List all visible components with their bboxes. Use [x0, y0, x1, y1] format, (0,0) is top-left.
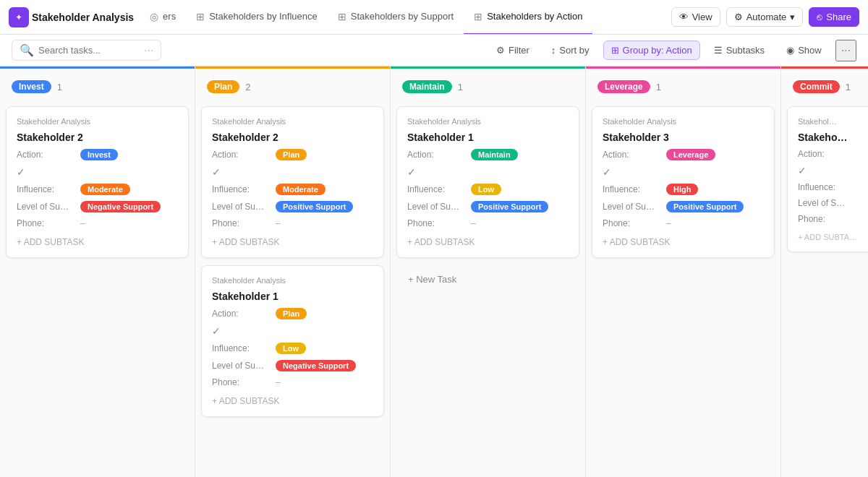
tab-by-action[interactable]: ⊞ Stakeholders by Action — [464, 0, 592, 35]
group-button[interactable]: ⊞ Group by: Action — [603, 40, 700, 60]
card-phone-field: Phone: – — [212, 218, 373, 228]
tab-others[interactable]: ◎ ers — [140, 0, 186, 35]
plan-column-body: Stakeholder Analysis Stakeholder 2 Actio… — [195, 100, 390, 477]
influence-tag: Low — [471, 184, 501, 195]
card-invest-1: Stakeholder Analysis Stakeholder 2 Actio… — [6, 106, 189, 258]
automate-button[interactable]: ⚙ Automate ▾ — [726, 7, 804, 27]
card-action-field: Action: Maintain — [407, 149, 569, 160]
card-support-field: Level of Su… Positive Support — [212, 201, 373, 212]
card-check: ✓ — [212, 166, 373, 178]
card-phone-field: Phone: – — [407, 218, 569, 228]
share-button[interactable]: ⎋ Share — [809, 7, 859, 27]
column-plan: Plan 2 Stakeholder Analysis Stakeholder … — [195, 66, 391, 477]
card-maintain-1: Stakeholder Analysis Stakeholder 1 Actio… — [396, 106, 579, 258]
tab-icon-support: ⊞ — [338, 11, 346, 22]
influence-tag: Moderate — [276, 184, 326, 195]
add-subtask-button[interactable]: + ADD SUBTASK — [407, 234, 569, 247]
column-header-plan: Plan 2 — [195, 66, 390, 100]
action-tag: Plan — [276, 308, 307, 319]
action-tag: Invest — [80, 149, 118, 160]
search-box[interactable]: 🔍 ··· — [12, 40, 161, 61]
subtasks-icon: ☰ — [714, 45, 723, 56]
maintain-badge: Maintain — [402, 80, 452, 93]
add-subtask-button[interactable]: + ADD SUBTASK — [17, 234, 178, 247]
card-title: Stakeholder 2 — [17, 132, 178, 143]
influence-tag: Moderate — [80, 184, 130, 195]
card-plan-2: Stakeholder Analysis Stakeholder 1 Actio… — [201, 265, 384, 417]
card-title: Stakeholder 2 — [212, 132, 373, 143]
card-title: Stakeho… — [798, 132, 865, 143]
add-subtask-button[interactable]: + ADD SUBTASK — [212, 393, 373, 406]
commit-badge: Commit — [793, 80, 840, 93]
column-commit: Commit 1 Stakehol… Stakeho… Action: ✓ In… — [781, 66, 868, 477]
card-influence-field: Influence: Low — [407, 184, 569, 195]
card-phone-field: Phone: – — [603, 218, 764, 228]
column-header-maintain: Maintain 1 — [391, 66, 585, 100]
add-subtask-button[interactable]: + ADD SUBTASK — [603, 234, 764, 247]
card-support-field: Level of Su… Negative Support — [17, 201, 178, 212]
plan-count: 2 — [245, 82, 250, 93]
support-tag: Negative Support — [80, 201, 161, 212]
view-button[interactable]: 👁 View — [671, 7, 720, 27]
card-meta: Stakeholder Analysis — [212, 117, 373, 126]
toolbar: 🔍 ··· ⚙ Filter ↕ Sort by ⊞ Group by: Act… — [0, 35, 868, 66]
card-support-field: Level of Su… Negative Support — [212, 360, 373, 371]
card-meta: Stakeholder Analysis — [17, 117, 178, 126]
app-icon: ✦ — [9, 7, 29, 27]
check-icon: ✓ — [212, 325, 221, 337]
card-check: ✓ — [407, 166, 569, 178]
card-meta: Stakeholder Analysis — [603, 117, 764, 126]
more-options-button[interactable]: ··· — [835, 40, 856, 61]
card-influence-field: Influence: Moderate — [17, 184, 178, 195]
share-icon: ⎋ — [817, 12, 822, 22]
group-icon: ⊞ — [611, 45, 619, 56]
maintain-count: 1 — [458, 82, 463, 93]
column-header-commit: Commit 1 — [781, 66, 868, 100]
card-check: ✓ — [603, 166, 764, 178]
influence-tag: High — [666, 184, 698, 195]
chevron-down-icon: ▾ — [790, 12, 795, 22]
top-nav: ✦ Stakeholder Analysis ◎ ers ⊞ Stakehold… — [0, 0, 868, 35]
tab-by-support[interactable]: ⊞ Stakeholders by Support — [328, 0, 464, 35]
invest-badge: Invest — [12, 80, 51, 93]
action-tag: Plan — [276, 149, 307, 160]
column-maintain: Maintain 1 Stakeholder Analysis Stakehol… — [391, 66, 586, 477]
card-action-field: Action: — [798, 149, 865, 159]
phone-value: – — [471, 218, 476, 228]
card-influence-field: Influence: Low — [212, 343, 373, 354]
column-leverage: Leverage 1 Stakeholder Analysis Stakehol… — [586, 66, 781, 477]
show-button[interactable]: ◉ Show — [778, 40, 830, 60]
influence-tag: Low — [276, 343, 306, 354]
new-task-button[interactable]: + New Task — [396, 265, 579, 293]
search-input[interactable] — [38, 45, 140, 56]
card-check: ✓ — [212, 325, 373, 337]
add-subtask-button[interactable]: + ADD SUBTASK — [212, 234, 373, 247]
card-support-field: Level of Su… Positive Support — [603, 201, 764, 212]
card-leverage-1: Stakeholder Analysis Stakeholder 3 Actio… — [592, 106, 775, 258]
add-subtask-button[interactable]: + ADD SUBTA… — [798, 230, 865, 241]
action-tag: Leverage — [666, 149, 715, 160]
tab-by-influence[interactable]: ⊞ Stakeholders by Influence — [186, 0, 328, 35]
card-action-field: Action: Invest — [17, 149, 178, 160]
phone-value: – — [80, 218, 85, 228]
sort-button[interactable]: ↕ Sort by — [543, 40, 597, 60]
support-tag: Positive Support — [471, 201, 548, 212]
support-tag: Positive Support — [666, 201, 744, 212]
subtasks-button[interactable]: ☰ Subtasks — [706, 40, 773, 60]
card-action-field: Action: Leverage — [603, 149, 764, 160]
tab-icon-influence: ⊞ — [196, 11, 205, 22]
board: Invest 1 Stakeholder Analysis Stakeholde… — [0, 66, 868, 477]
card-check: ✓ — [17, 166, 178, 178]
card-phone-field: Phone: – — [212, 377, 373, 387]
check-icon: ✓ — [407, 166, 416, 178]
card-meta: Stakeholder Analysis — [212, 276, 373, 285]
action-tag: Maintain — [471, 149, 518, 160]
more-icon: ··· — [144, 44, 153, 57]
invest-count: 1 — [57, 82, 62, 93]
filter-button[interactable]: ⚙ Filter — [488, 40, 537, 60]
app-title: Stakeholder Analysis — [32, 12, 134, 23]
card-commit-1: Stakehol… Stakeho… Action: ✓ Influence: … — [787, 106, 868, 252]
card-support-field: Level of S… — [798, 198, 865, 208]
eye-icon: 👁 — [679, 12, 689, 22]
card-meta: Stakeholder Analysis — [407, 117, 569, 126]
